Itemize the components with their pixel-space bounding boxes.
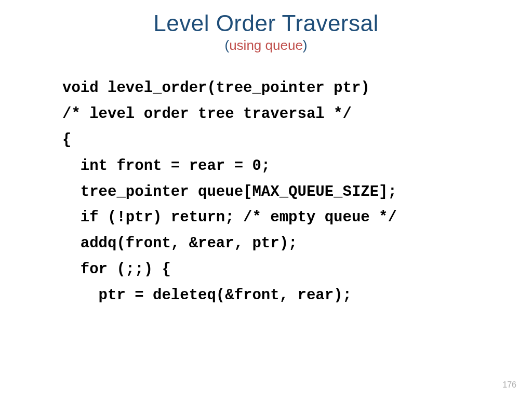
code-line: int front = rear = 0; [62, 157, 270, 175]
code-line: if (!ptr) return; /* empty queue */ [62, 209, 397, 226]
subtitle-text: using queue [229, 37, 303, 53]
slide-title: Level Order Traversal [0, 10, 532, 36]
slide: Level Order Traversal (using queue) void… [0, 0, 532, 399]
slide-subtitle: (using queue) [0, 37, 532, 54]
page-number: 176 [502, 380, 516, 390]
code-line: /* level order tree traversal */ [62, 105, 352, 123]
paren-open: ( [224, 37, 229, 53]
code-line: addq(front, &rear, ptr); [62, 235, 297, 252]
code-line: tree_pointer queue[MAX_QUEUE_SIZE]; [62, 183, 397, 201]
code-line: for (;;) { [62, 261, 171, 278]
code-block: void level_order(tree_pointer ptr) /* le… [0, 75, 532, 309]
code-line: { [62, 131, 71, 149]
code-line: ptr = deleteq(&front, rear); [62, 287, 352, 304]
paren-close: ) [303, 37, 308, 53]
code-line: void level_order(tree_pointer ptr) [62, 79, 370, 97]
